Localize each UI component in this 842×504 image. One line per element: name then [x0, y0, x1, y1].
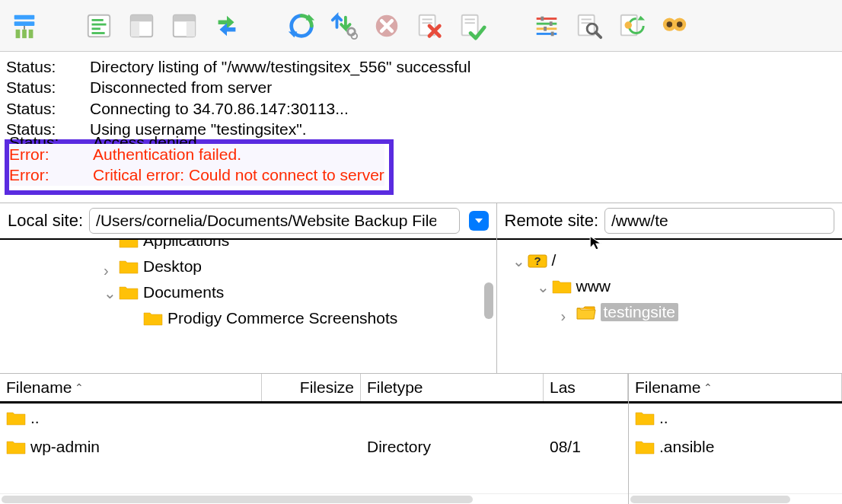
- log-message-error: Critical error: Could not connect to ser…: [93, 164, 384, 185]
- folder-icon: [635, 410, 655, 426]
- chevron-down-icon[interactable]: [537, 281, 547, 292]
- column-header-filetype[interactable]: Filetype: [361, 374, 544, 401]
- column-header-last-modified[interactable]: Las: [544, 374, 628, 401]
- svg-rect-39: [551, 31, 554, 36]
- local-path-dropdown-button[interactable]: [469, 211, 489, 231]
- toggle-remote-tree-button[interactable]: [167, 9, 201, 43]
- find-button[interactable]: [658, 9, 691, 43]
- log-message: Directory listing of "/www/testingsitex_…: [90, 56, 470, 77]
- svg-rect-37: [550, 21, 553, 26]
- svg-rect-40: [579, 14, 595, 35]
- cancel-button[interactable]: [370, 9, 403, 43]
- tree-item[interactable]: www: [497, 273, 843, 299]
- log-label-error: Error:: [9, 164, 93, 185]
- svg-rect-0: [14, 14, 35, 19]
- svg-line-44: [596, 32, 601, 37]
- error-highlight-box: Status:Access denied Error:Authenticatio…: [5, 139, 394, 195]
- folder-icon: [119, 240, 139, 249]
- unknown-icon: ?: [528, 252, 547, 269]
- chevron-down-icon[interactable]: [104, 287, 114, 298]
- svg-rect-12: [131, 14, 153, 21]
- tree-item-label: testingsite: [601, 303, 679, 321]
- chevron-right-icon[interactable]: [104, 261, 114, 272]
- svg-point-50: [667, 21, 673, 27]
- remote-directory-tree[interactable]: ?/wwwtestingsite: [497, 240, 843, 373]
- column-header-filename[interactable]: Filename ⌃: [0, 374, 262, 401]
- svg-rect-2: [16, 29, 21, 37]
- toggle-log-button[interactable]: [82, 9, 116, 43]
- tree-item[interactable]: Documents: [0, 279, 496, 305]
- tree-item[interactable]: Prodigy Commerce Screenshots: [0, 305, 496, 331]
- folder-icon: [119, 284, 139, 301]
- remote-panel: Remote site: ?/wwwtestingsite: [497, 203, 843, 373]
- cell-filetype: Directory: [361, 438, 544, 456]
- local-file-list: Filename ⌃ Filesize Filetype Las ..wp-ad…: [0, 374, 629, 504]
- tree-item-label: www: [576, 277, 611, 295]
- disconnect-button[interactable]: [413, 9, 446, 43]
- file-name: .ansible: [659, 438, 714, 456]
- file-row[interactable]: wp-adminDirectory08/1: [0, 432, 628, 461]
- toggle-local-tree-button[interactable]: [125, 9, 158, 43]
- svg-point-51: [677, 21, 683, 27]
- svg-rect-16: [187, 21, 195, 37]
- local-panel: Local site: .zsh_sessionsApplicationsDes…: [0, 203, 497, 373]
- column-header-filesize[interactable]: Filesize: [262, 374, 361, 401]
- file-row[interactable]: .ansible: [629, 432, 842, 461]
- horizontal-scrollbar[interactable]: [0, 493, 628, 504]
- folder-icon: [6, 410, 26, 426]
- remote-site-label: Remote site:: [505, 211, 599, 231]
- log-message: Connecting to 34.70.86.147:30113...: [90, 98, 349, 119]
- folder-open-icon: [576, 304, 596, 321]
- tree-item[interactable]: ?/: [497, 247, 843, 273]
- compare-button[interactable]: [615, 9, 649, 43]
- file-name: ..: [30, 409, 40, 427]
- chevron-down-icon[interactable]: [512, 255, 523, 266]
- remote-file-list: Filename ⌃ ...ansible: [629, 374, 842, 504]
- svg-rect-4: [29, 29, 33, 37]
- file-row[interactable]: ..: [0, 404, 628, 432]
- svg-rect-38: [544, 26, 547, 30]
- log-label: Status:: [9, 132, 93, 144]
- tree-item-label: /: [552, 251, 557, 270]
- filter-button[interactable]: [530, 9, 563, 43]
- search-button[interactable]: [572, 9, 606, 43]
- reconnect-button[interactable]: [455, 9, 489, 43]
- folder-icon: [119, 258, 139, 275]
- spacer: [104, 240, 114, 246]
- tree-item-label: Prodigy Commerce Screenshots: [167, 309, 397, 327]
- file-row[interactable]: ..: [629, 404, 842, 432]
- local-site-path-input[interactable]: [89, 208, 459, 234]
- process-queue-button[interactable]: [327, 9, 361, 43]
- local-directory-tree[interactable]: .zsh_sessionsApplicationsDesktopDocument…: [0, 240, 496, 373]
- log-message-error: Authentication failed.: [93, 144, 241, 164]
- svg-rect-1: [14, 21, 35, 26]
- log-message: Disconnected from server: [90, 77, 272, 97]
- log-label: Status:: [6, 77, 90, 97]
- log-label-error: Error:: [9, 144, 93, 164]
- sort-ascending-icon: ⌃: [703, 381, 713, 394]
- svg-point-47: [625, 21, 633, 29]
- spacer: [128, 313, 139, 324]
- folder-icon: [6, 439, 26, 455]
- site-manager-button[interactable]: [8, 9, 41, 43]
- svg-marker-46: [638, 15, 646, 20]
- scrollbar-thumb[interactable]: [484, 282, 493, 319]
- chevron-right-icon[interactable]: [561, 307, 572, 317]
- tree-item[interactable]: Applications: [0, 240, 496, 254]
- cell-last: 08/1: [544, 438, 628, 456]
- sort-ascending-icon: ⌃: [75, 381, 84, 394]
- file-name: wp-admin: [30, 438, 100, 456]
- column-header-filename[interactable]: Filename ⌃: [629, 374, 842, 401]
- remote-site-path-input[interactable]: [604, 208, 834, 234]
- refresh-button[interactable]: [285, 9, 318, 43]
- svg-rect-36: [541, 16, 544, 21]
- tree-item[interactable]: Desktop: [0, 254, 496, 279]
- folder-icon: [143, 310, 163, 327]
- svg-rect-13: [131, 21, 139, 37]
- svg-rect-3: [22, 29, 27, 37]
- main-toolbar: [0, 0, 842, 52]
- horizontal-scrollbar[interactable]: [629, 493, 842, 504]
- tree-item[interactable]: testingsite: [497, 299, 843, 325]
- toggle-transfer-queue-button[interactable]: [210, 9, 244, 43]
- file-name: ..: [659, 409, 668, 427]
